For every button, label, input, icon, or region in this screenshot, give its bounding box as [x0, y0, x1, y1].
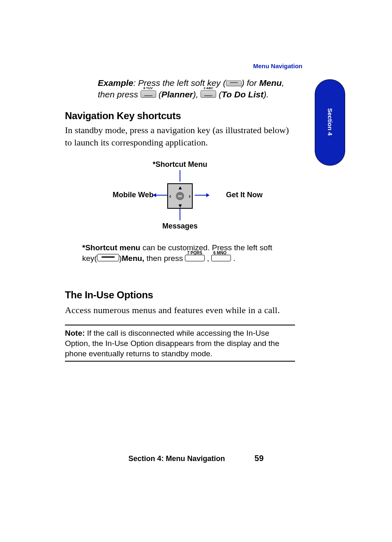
chevron-down-icon: ▾ [179, 202, 182, 209]
key-2-icon: 2 ABC [201, 90, 216, 98]
note-rule-bottom [65, 361, 295, 362]
running-head: Menu Navigation [253, 62, 302, 69]
key-6-label: 6 MNO [213, 251, 226, 255]
diagram-stem-right [195, 195, 206, 196]
todo-close: ). [263, 90, 269, 99]
example-label: Example [98, 78, 133, 88]
sm-lead: *Shortcut menu [82, 243, 140, 252]
heading-navigation-shortcuts: Navigation Key shortcuts [65, 110, 295, 122]
sm-mid2: then press [146, 254, 185, 263]
chevron-right-icon: › [189, 193, 191, 199]
diagram-label-left: Mobile Web [113, 191, 154, 199]
arrow-right-icon [206, 193, 210, 197]
todo-open: ( [216, 90, 221, 99]
chevron-up-icon: ▴ [179, 184, 182, 191]
note-label: Note: [65, 329, 85, 337]
planner-open: ( [156, 90, 161, 99]
diagram-label-top: *Shortcut Menu [153, 160, 208, 169]
softkey-large-icon [97, 254, 119, 261]
footer-page-number: 59 [227, 454, 264, 463]
example-text-2: ) for [242, 78, 259, 88]
chevron-left-icon: ‹ [169, 193, 171, 199]
diagram-label-bottom: Messages [162, 222, 198, 231]
example-paragraph: Example: Press the left soft key () for … [65, 77, 295, 100]
softkey-icon [226, 81, 242, 86]
key-6-icon: 6 MNO [211, 255, 231, 261]
sm-comma: , [205, 254, 211, 263]
paragraph-navigation-shortcuts: In standby mode, press a navigation key … [65, 124, 295, 149]
diagram-stem-top [180, 170, 180, 182]
note-block: Note: If the call is disconnected while … [65, 328, 295, 359]
diagram-label-right: Get It Now [226, 191, 263, 199]
arrow-left-icon [153, 193, 156, 197]
todo-word: To Do List [221, 90, 263, 99]
heading-in-use-options: The In-Use Options [65, 289, 295, 301]
manual-page: Menu Navigation Section 4 Example: Press… [0, 0, 392, 542]
section-tab-label: Section 4 [327, 108, 334, 136]
planner-word: Planner [161, 90, 193, 99]
note-text: If the call is disconnected while access… [65, 329, 279, 358]
planner-close: ), [193, 90, 201, 99]
key-2-label: 2 ABC [203, 86, 213, 90]
section-tab: Section 4 [315, 79, 345, 166]
diagram-stem-left [156, 195, 168, 196]
navkey-icon: ▴ ▾ ‹ › OK [167, 183, 193, 209]
key-8-label: 8 TUV [143, 86, 153, 90]
key-7-icon: 7 PQRS [185, 255, 205, 261]
example-menu-word: Menu [259, 78, 282, 88]
sm-menu: Menu, [122, 254, 144, 263]
paragraph-in-use-options: Access numerous menus and features even … [65, 304, 295, 316]
footer-section: Section 4: Menu Navigation [128, 454, 225, 463]
diagram-stem-bottom [180, 209, 180, 220]
ok-label: OK [178, 195, 182, 198]
page-footer: Section 4: Menu Navigation 59 [0, 454, 392, 463]
shortcut-menu-note: *Shortcut menu can be customized. Press … [82, 242, 279, 264]
navigation-key-diagram: *Shortcut Menu Mobile Web Get It Now Mes… [65, 160, 295, 234]
note-rule-top [65, 325, 295, 325]
sm-end: . [231, 254, 235, 263]
key-8-icon: 8 TUV [141, 90, 156, 98]
key-7-label: 7 PQRS [187, 251, 202, 255]
